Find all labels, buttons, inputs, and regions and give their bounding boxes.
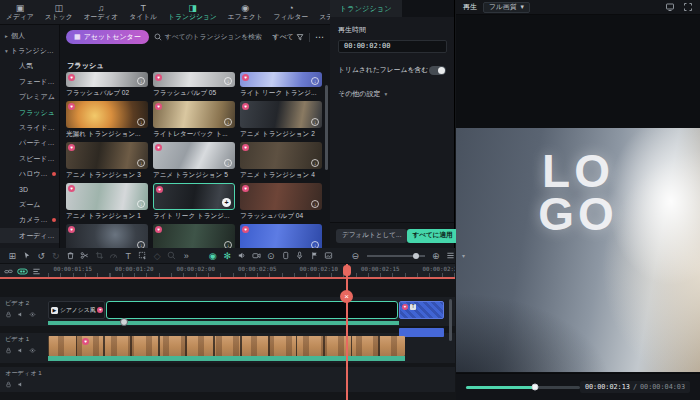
transition-tile[interactable]: ♥ ↓ + アニメ トランジション 3: [66, 142, 148, 179]
transition-tile[interactable]: ♥ ↓ + アニメ トランジション 1: [66, 183, 148, 220]
download-icon[interactable]: ↓: [311, 77, 319, 85]
download-icon[interactable]: ↓: [311, 241, 319, 248]
transition-tile[interactable]: ♥ ↓ + 光漏れ トランジション...: [66, 101, 148, 138]
display-mode-icon[interactable]: [665, 2, 675, 12]
timeline-zoom-slider[interactable]: [367, 255, 425, 257]
quality-dropdown[interactable]: フル画質 ▾: [483, 2, 530, 13]
speed-icon[interactable]: [107, 250, 122, 262]
sidebar-item[interactable]: ▸ 個人: [0, 28, 59, 43]
mask-icon[interactable]: [278, 250, 293, 262]
selected-clip[interactable]: [106, 301, 398, 319]
download-icon[interactable]: ↓: [137, 241, 145, 248]
duration-input[interactable]: 00:00:02:00: [338, 40, 447, 53]
redo-icon[interactable]: ↻: [49, 250, 64, 262]
nav-tab[interactable]: ◉ エフェクト: [228, 3, 263, 21]
ai-tool-icon[interactable]: ✻: [220, 250, 235, 262]
track-manager-icon[interactable]: [443, 250, 458, 262]
download-icon[interactable]: ↓: [311, 118, 319, 126]
filter-dropdown[interactable]: すべて: [273, 32, 305, 42]
transition-thumbnail[interactable]: ♥ ↓ +: [240, 142, 322, 169]
sidebar-item[interactable]: オーディオトラン...: [0, 228, 59, 243]
nav-tab[interactable]: ▣ メディア: [6, 3, 34, 21]
title-clip-bar[interactable]: [399, 328, 444, 337]
trim-toggle[interactable]: [429, 66, 446, 75]
seek-handle[interactable]: [532, 384, 539, 391]
timeline-ruler[interactable]: 00:00:01:1500:00:01:2000:00:02:0000:00:0…: [0, 264, 455, 278]
zoom-tool-icon[interactable]: [165, 250, 180, 262]
grid-tool-icon[interactable]: ⊞: [5, 250, 20, 262]
sidebar-item[interactable]: スピードブラー: [0, 151, 59, 166]
transition-tile[interactable]: ♥ ↓ + ライトレターバック ト...: [153, 101, 235, 138]
sidebar-item[interactable]: 3D: [0, 182, 59, 197]
video-clip-filmstrip[interactable]: [48, 336, 405, 356]
transition-marker-icon[interactable]: [120, 318, 128, 326]
more-tools-icon[interactable]: »: [179, 250, 194, 262]
lock-icon[interactable]: [5, 347, 12, 354]
set-as-default-button[interactable]: デフォルトとして...: [336, 229, 407, 243]
eye-icon[interactable]: [29, 311, 36, 318]
undo-icon[interactable]: ↺: [34, 250, 49, 262]
pointer-tool-icon[interactable]: [20, 250, 35, 262]
sidebar-item[interactable]: ▾ トランジション: [0, 43, 59, 58]
link-icon[interactable]: [4, 267, 13, 276]
sidebar-item[interactable]: パーティクル: [0, 136, 59, 151]
mic-icon[interactable]: [293, 250, 308, 262]
sidebar-item[interactable]: カメラ&映画: [0, 213, 59, 228]
title-clip-logo[interactable]: ♥ T: [399, 301, 444, 319]
transition-thumbnail[interactable]: ♥ ↓ +: [66, 224, 148, 248]
nav-tab[interactable]: ◫ ストック: [45, 3, 73, 21]
add-to-timeline-button[interactable]: +: [222, 198, 231, 207]
split-icon[interactable]: [78, 250, 93, 262]
nav-tab[interactable]: T タイトル: [129, 3, 157, 21]
transition-tile[interactable]: ♥ ↓ + アニメ トランジション 2: [240, 101, 322, 138]
lock-icon[interactable]: [5, 381, 12, 388]
transition-thumbnail[interactable]: ♥ ↓ +: [240, 101, 322, 128]
transition-thumbnail[interactable]: ♥ ↓ +: [66, 183, 148, 210]
playhead-pin[interactable]: [343, 265, 351, 276]
transition-tile[interactable]: ♥ ↓ + フラッシュバルブ 01: [66, 224, 148, 248]
chroma-key-icon[interactable]: ◉: [206, 250, 221, 262]
transition-tile[interactable]: ♥ ↓ + ライト リーク トランジ...: [240, 224, 322, 248]
transition-thumbnail[interactable]: ♥ ↓ +: [240, 72, 322, 87]
more-options-button[interactable]: ⋯: [315, 33, 324, 41]
playhead-remove-button[interactable]: ×: [340, 290, 353, 303]
mute-icon[interactable]: [17, 347, 24, 354]
nav-tab[interactable]: ♫ オーディオ: [84, 3, 119, 21]
timeline-scrollbar[interactable]: [449, 299, 452, 341]
delete-icon[interactable]: [63, 250, 78, 262]
zoom-out-icon[interactable]: ⊖: [348, 250, 363, 262]
marquee-tool-icon[interactable]: [136, 250, 151, 262]
transition-tile[interactable]: ♥ ↓ + ファンシー アトモスフ...: [153, 224, 235, 248]
sidebar-item[interactable]: ハロウィン: [0, 167, 59, 182]
snapshot-icon[interactable]: [322, 250, 337, 262]
mute-icon[interactable]: [17, 311, 24, 318]
sidebar-item[interactable]: 人気: [0, 59, 59, 74]
keyframe-icon[interactable]: ◇: [150, 250, 165, 262]
mute-icon[interactable]: [17, 381, 24, 388]
zoom-slider-knob[interactable]: [413, 253, 419, 259]
download-icon[interactable]: ↓: [224, 159, 232, 167]
asset-center-button[interactable]: ▦ アセットセンター: [66, 30, 149, 44]
transition-tile[interactable]: ♥ ↓ + アニメ トランジション 4: [240, 142, 322, 179]
transition-thumbnail[interactable]: ♥ ↓ +: [66, 142, 148, 169]
track-height-icon[interactable]: [32, 267, 41, 276]
sidebar-item[interactable]: プレミアム: [0, 90, 59, 105]
transition-tile[interactable]: ♥ ↓ + ライト リーク トランジ...: [153, 183, 235, 220]
transition-thumbnail[interactable]: ♥ ↓ +: [153, 142, 235, 169]
transition-tile[interactable]: ♥ ↓ + フラッシュバルブ 02: [66, 72, 148, 97]
sidebar-item[interactable]: スライドショー: [0, 120, 59, 135]
record-icon[interactable]: ⊙: [264, 250, 279, 262]
download-icon[interactable]: ↓: [137, 159, 145, 167]
download-icon[interactable]: ↓: [137, 77, 145, 85]
sidebar-item[interactable]: ズーム: [0, 197, 59, 212]
lock-icon[interactable]: [5, 311, 12, 318]
title-clip-cyanosis[interactable]: ▶ シアノシス風 ♥ +: [48, 301, 105, 319]
text-tool-icon[interactable]: T: [121, 250, 136, 262]
transition-tile[interactable]: ♥ ↓ + ライト リーク トランジ...: [240, 72, 322, 97]
download-icon[interactable]: ↓: [311, 159, 319, 167]
download-icon[interactable]: ↓: [224, 77, 232, 85]
sidebar-item[interactable]: フェード&ディ...: [0, 74, 59, 89]
crop-icon[interactable]: [92, 250, 107, 262]
transition-thumbnail[interactable]: ♥ ↓ +: [240, 183, 322, 210]
transition-thumbnail[interactable]: ♥ ↓ +: [153, 101, 235, 128]
